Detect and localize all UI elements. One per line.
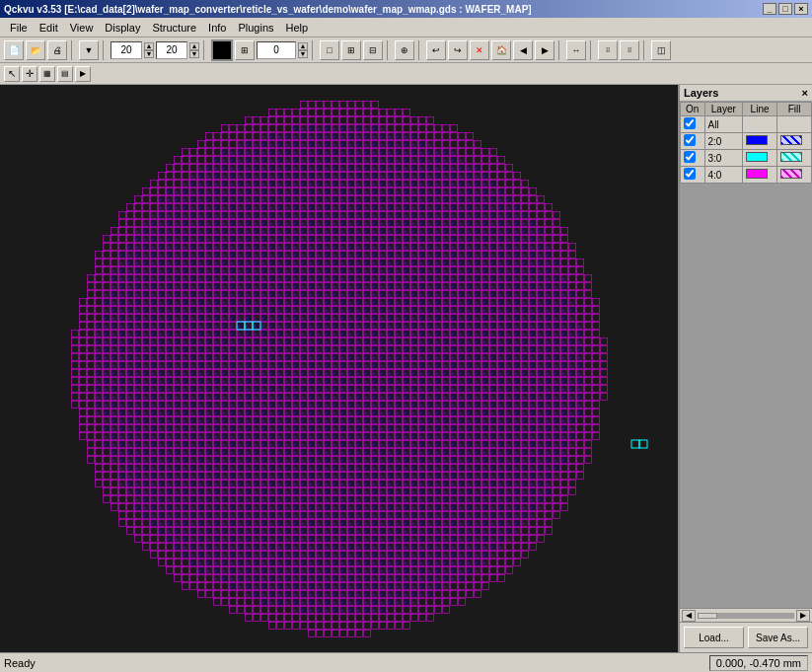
col-layer: Layer bbox=[704, 103, 743, 116]
separator-9 bbox=[643, 40, 647, 60]
layer-row[interactable]: 4:0 bbox=[681, 167, 812, 184]
dots-button[interactable]: ⁞⁞ bbox=[598, 40, 618, 60]
separator-6 bbox=[418, 40, 422, 60]
menu-structure[interactable]: Structure bbox=[146, 20, 202, 36]
extra-button[interactable]: ◫ bbox=[651, 40, 671, 60]
zoom-up-2[interactable]: ▲ bbox=[189, 42, 199, 50]
layers-title: Layers bbox=[684, 87, 718, 99]
menu-display[interactable]: Display bbox=[99, 20, 146, 36]
rect-button[interactable]: □ bbox=[320, 40, 339, 60]
close-button[interactable]: × bbox=[794, 3, 808, 15]
arrow-button[interactable]: ↔ bbox=[566, 40, 586, 60]
main-area: Layers × On Layer Line Fill All2:03:04:0… bbox=[0, 85, 812, 652]
layers-hscroll: ◀ ▶ bbox=[680, 608, 812, 622]
layer-name: 3:0 bbox=[704, 150, 743, 167]
titlebar: Qckvu v3.53 [E:\cad_data[2]\wafer_map_co… bbox=[0, 0, 812, 18]
separator-3 bbox=[203, 40, 207, 60]
layers-header: Layers × bbox=[680, 85, 812, 102]
separator-8 bbox=[590, 40, 594, 60]
layer-checkbox[interactable] bbox=[684, 134, 696, 146]
layer-name: 2:0 bbox=[704, 133, 743, 150]
crosshair-button[interactable]: ✛ bbox=[22, 66, 37, 82]
menu-info[interactable]: Info bbox=[202, 20, 232, 36]
load-button[interactable]: Load... bbox=[684, 627, 744, 648]
layer-checkbox[interactable] bbox=[684, 117, 696, 129]
counter-spinner: ▲ ▼ bbox=[298, 42, 308, 58]
pointer-button[interactable]: ↖ bbox=[4, 66, 20, 82]
toolbar-main: 📄 📂 🖨 ▼ 20 ▲ ▼ 20 ▲ ▼ ⊞ 0 ▲ ▼ □ ⊞ ⊟ ⊕ ↩ … bbox=[0, 37, 812, 63]
title-text: Qckvu v3.53 [E:\cad_data[2]\wafer_map_co… bbox=[4, 4, 532, 15]
select3-button[interactable]: ▶ bbox=[75, 66, 91, 82]
layer-row[interactable]: 3:0 bbox=[681, 150, 812, 167]
counter-down[interactable]: ▼ bbox=[298, 50, 308, 58]
separator-4 bbox=[312, 40, 316, 60]
status-text: Ready bbox=[4, 657, 36, 669]
window-controls: _ □ × bbox=[763, 3, 808, 15]
line-color-swatch[interactable] bbox=[746, 135, 768, 145]
counter-up[interactable]: ▲ bbox=[298, 42, 308, 50]
canvas-area[interactable] bbox=[0, 85, 679, 652]
statusbar: Ready 0.000, -0.470 mm bbox=[0, 652, 812, 672]
layers-close-button[interactable]: × bbox=[802, 87, 808, 99]
zoom-down-2[interactable]: ▼ bbox=[189, 50, 199, 58]
stop-button[interactable]: ✕ bbox=[470, 40, 489, 60]
scroll-right[interactable]: ▶ bbox=[796, 610, 810, 622]
redo-button[interactable]: ↪ bbox=[448, 40, 468, 60]
line-color-swatch[interactable] bbox=[746, 152, 768, 162]
dots2-button[interactable]: ⁞⁞ bbox=[620, 40, 639, 60]
separator-1 bbox=[71, 40, 75, 60]
zoom-spinner-1: ▲ ▼ bbox=[144, 42, 154, 58]
menu-edit[interactable]: Edit bbox=[34, 20, 64, 36]
filter-button[interactable]: ▼ bbox=[79, 40, 99, 60]
scroll-left[interactable]: ◀ bbox=[682, 610, 696, 622]
layers-panel: Layers × On Layer Line Fill All2:03:04:0… bbox=[679, 85, 812, 652]
coordinates-display: 0.000, -0.470 mm bbox=[709, 655, 808, 671]
zoom-input-2[interactable]: 20 bbox=[156, 41, 187, 59]
layer-checkbox[interactable] bbox=[684, 168, 696, 180]
col-on: On bbox=[681, 103, 705, 116]
layer-name: 4:0 bbox=[704, 167, 743, 184]
layer-row[interactable]: 2:0 bbox=[681, 133, 812, 150]
wafer-map-canvas[interactable] bbox=[0, 85, 678, 652]
col-line: Line bbox=[743, 103, 777, 116]
separator-5 bbox=[387, 40, 391, 60]
scroll-track[interactable] bbox=[698, 613, 794, 619]
minimize-button[interactable]: _ bbox=[763, 3, 776, 15]
counter-input[interactable]: 0 bbox=[257, 41, 296, 59]
prev-button[interactable]: ◀ bbox=[513, 40, 533, 60]
new-button[interactable]: 📄 bbox=[4, 40, 24, 60]
menubar: File Edit View Display Structure Info Pl… bbox=[0, 18, 812, 37]
menu-plugins[interactable]: Plugins bbox=[232, 20, 279, 36]
menu-view[interactable]: View bbox=[64, 20, 100, 36]
fill-color-swatch[interactable] bbox=[780, 169, 802, 179]
line-color-swatch[interactable] bbox=[746, 169, 768, 179]
layer-checkbox[interactable] bbox=[684, 151, 696, 163]
maximize-button[interactable]: □ bbox=[778, 3, 792, 15]
save-as-button[interactable]: Save As... bbox=[748, 627, 808, 648]
menu-file[interactable]: File bbox=[4, 20, 34, 36]
select2-button[interactable]: ▤ bbox=[57, 66, 73, 82]
zoom-input-1[interactable]: 20 bbox=[111, 41, 142, 59]
open-button[interactable]: 📂 bbox=[26, 40, 45, 60]
fill-color-swatch[interactable] bbox=[780, 135, 802, 145]
color-button[interactable] bbox=[211, 39, 233, 61]
grid-button[interactable]: ⊞ bbox=[341, 40, 361, 60]
separator-7 bbox=[558, 40, 562, 60]
select-button[interactable]: ▦ bbox=[39, 66, 55, 82]
layers-scroll-area bbox=[680, 184, 812, 608]
home-button[interactable]: 🏠 bbox=[491, 40, 511, 60]
scroll-thumb[interactable] bbox=[698, 613, 717, 619]
zoom-up-1[interactable]: ▲ bbox=[144, 42, 154, 50]
zoom-down-1[interactable]: ▼ bbox=[144, 50, 154, 58]
col-fill: Fill bbox=[777, 103, 812, 116]
next-button[interactable]: ▶ bbox=[535, 40, 554, 60]
layer-button[interactable]: ⊕ bbox=[395, 40, 414, 60]
zoom-spinner-2: ▲ ▼ bbox=[189, 42, 199, 58]
measure-button[interactable]: ⊞ bbox=[235, 40, 255, 60]
fill-color-swatch[interactable] bbox=[780, 152, 802, 162]
grid2-button[interactable]: ⊟ bbox=[363, 40, 383, 60]
print-button[interactable]: 🖨 bbox=[47, 40, 67, 60]
layer-row[interactable]: All bbox=[681, 116, 812, 133]
undo-button[interactable]: ↩ bbox=[426, 40, 446, 60]
menu-help[interactable]: Help bbox=[280, 20, 315, 36]
